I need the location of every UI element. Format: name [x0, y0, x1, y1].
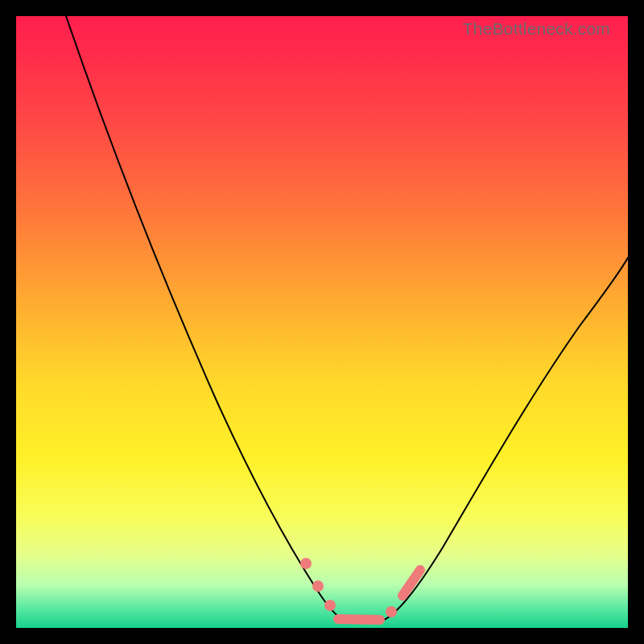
marker-dot-left-upper — [300, 558, 312, 569]
left-curve — [66, 16, 344, 620]
marker-right-segment — [402, 570, 420, 596]
chart-svg — [16, 16, 628, 628]
chart-frame: TheBottleneck.com — [0, 0, 644, 644]
right-curve — [386, 258, 628, 619]
marker-dot-left-near-floor — [324, 600, 336, 611]
marker-flat-segment — [338, 619, 380, 620]
marker-dot-left-lower — [312, 580, 324, 592]
plot-area: TheBottleneck.com — [16, 16, 628, 628]
marker-dot-right-near-floor — [386, 606, 397, 617]
